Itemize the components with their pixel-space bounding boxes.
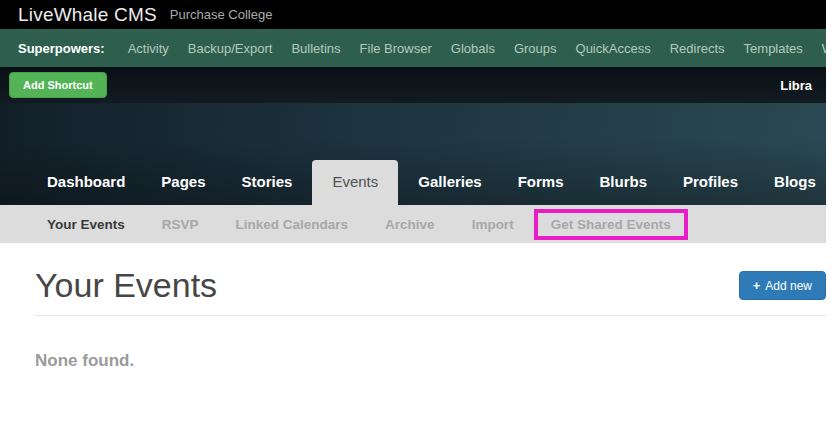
- superpowers-item-globals[interactable]: Globals: [451, 41, 495, 56]
- app-logo[interactable]: LiveWhale CMS: [18, 4, 157, 26]
- page-header: Your Events + Add new: [35, 267, 826, 316]
- subnav-archive[interactable]: Archive: [385, 217, 435, 232]
- superpowers-item-redirects[interactable]: Redirects: [670, 41, 725, 56]
- superpowers-item-bulletins[interactable]: Bulletins: [291, 41, 340, 56]
- app-window: LiveWhale CMS Purchase College Superpowe…: [0, 0, 826, 424]
- subnav-linked-calendars[interactable]: Linked Calendars: [236, 217, 349, 232]
- tab-dashboard[interactable]: Dashboard: [47, 160, 125, 205]
- plus-icon: +: [753, 278, 761, 293]
- superpowers-item-file-browser[interactable]: File Browser: [360, 41, 432, 56]
- superpowers-bar: Superpowers: Activity Backup/Export Bull…: [0, 29, 826, 67]
- subnav-rsvp[interactable]: RSVP: [162, 217, 199, 232]
- subnav-your-events[interactable]: Your Events: [47, 217, 125, 232]
- add-new-button[interactable]: + Add new: [739, 271, 826, 300]
- top-bar: LiveWhale CMS Purchase College: [0, 0, 826, 29]
- add-shortcut-button[interactable]: Add Shortcut: [9, 72, 107, 98]
- tab-blurbs[interactable]: Blurbs: [600, 160, 648, 205]
- superpowers-item-quickaccess[interactable]: QuickAccess: [576, 41, 651, 56]
- main-content: Your Events + Add new None found.: [0, 243, 826, 371]
- add-new-label: Add new: [765, 279, 812, 293]
- main-nav: Dashboard Pages Stories Events Galleries…: [0, 103, 826, 205]
- user-name-label[interactable]: Libra: [780, 78, 812, 93]
- superpowers-label: Superpowers:: [18, 41, 105, 56]
- superpowers-item-activity[interactable]: Activity: [128, 41, 169, 56]
- subnav-import[interactable]: Import: [472, 217, 514, 232]
- shortcut-bar: Add Shortcut Libra: [0, 67, 826, 103]
- superpowers-item-templates[interactable]: Templates: [744, 41, 803, 56]
- superpowers-item-groups[interactable]: Groups: [514, 41, 557, 56]
- events-sub-nav: Your Events RSVP Linked Calendars Archiv…: [0, 205, 826, 243]
- page-title: Your Events: [35, 267, 217, 304]
- tab-pages[interactable]: Pages: [161, 160, 205, 205]
- superpowers-item-widgets[interactable]: Widget: [822, 41, 826, 56]
- empty-state-message: None found.: [35, 351, 826, 371]
- subnav-get-shared-events[interactable]: Get Shared Events: [534, 209, 688, 240]
- tab-forms[interactable]: Forms: [518, 160, 564, 205]
- tab-blogs[interactable]: Blogs: [774, 160, 816, 205]
- tab-events[interactable]: Events: [312, 160, 398, 205]
- tab-profiles[interactable]: Profiles: [683, 160, 738, 205]
- client-name: Purchase College: [170, 7, 273, 22]
- tab-galleries[interactable]: Galleries: [418, 160, 481, 205]
- superpowers-item-backup-export[interactable]: Backup/Export: [188, 41, 273, 56]
- tab-stories[interactable]: Stories: [242, 160, 293, 205]
